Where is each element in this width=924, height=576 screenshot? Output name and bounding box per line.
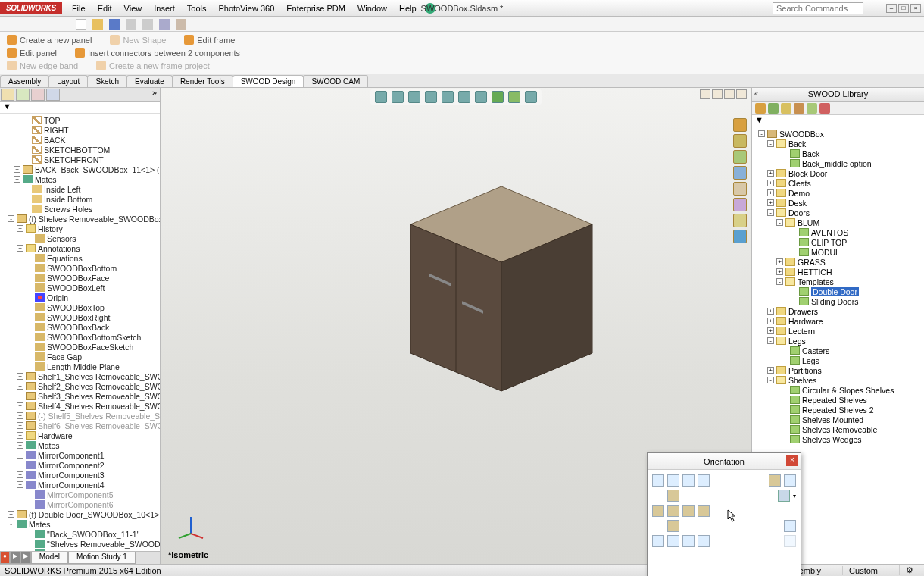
tree-node[interactable]: SKETCHFRONT xyxy=(2,155,160,164)
tree-node[interactable]: TOP xyxy=(2,115,160,125)
feature-filter[interactable]: ▼ xyxy=(0,102,160,114)
appearances-icon[interactable] xyxy=(733,198,747,211)
library-node[interactable]: +Block Door xyxy=(755,168,924,178)
expand-icon[interactable]: - xyxy=(776,219,783,226)
rebuild-icon[interactable] xyxy=(159,19,170,30)
tree-node[interactable]: BACK xyxy=(2,135,160,145)
custom-props-icon[interactable] xyxy=(733,214,747,227)
library-node[interactable]: +Lectern xyxy=(755,326,924,336)
expand-icon[interactable]: + xyxy=(8,511,14,518)
expand-icon[interactable]: + xyxy=(17,462,23,468)
undo-icon[interactable] xyxy=(142,19,153,30)
tree-node[interactable]: MirrorComponent6 xyxy=(2,499,160,509)
tree-node[interactable]: +(f) Double Door_SWOODBox_10<1> (Default xyxy=(2,509,160,519)
normal-to-icon[interactable] xyxy=(784,520,796,532)
expand-icon[interactable]: + xyxy=(14,176,20,183)
expand-icon[interactable]: - xyxy=(767,209,774,216)
expand-icon[interactable]: + xyxy=(767,189,774,196)
expand-icon[interactable]: - xyxy=(767,140,774,147)
expand-icon[interactable]: + xyxy=(17,442,23,449)
tab-config-icon[interactable]: ▶ xyxy=(10,552,20,564)
tab-assembly[interactable]: Assembly xyxy=(0,75,49,87)
forum-icon[interactable] xyxy=(733,230,747,243)
expand-icon[interactable]: + xyxy=(767,199,774,206)
new-icon[interactable] xyxy=(76,19,86,30)
hide-show-icon[interactable] xyxy=(475,91,487,103)
tab-swood-design[interactable]: SWOOD Design xyxy=(233,75,304,87)
library-node[interactable]: -Shelves xyxy=(755,375,924,385)
bottom-view-icon[interactable] xyxy=(667,520,679,532)
tree-node[interactable]: Sensors xyxy=(2,233,160,243)
two-view-v-icon[interactable] xyxy=(682,535,695,547)
library-filter[interactable]: ▼ xyxy=(752,115,924,127)
lib-globe-icon[interactable] xyxy=(819,103,830,114)
tree-node[interactable]: +Shelf2_Shelves Removeable_SWOODBox xyxy=(2,381,160,391)
lib-refresh-icon[interactable] xyxy=(807,103,817,114)
library-node[interactable]: +Drawers xyxy=(755,306,924,316)
library-node[interactable]: +Desk xyxy=(755,198,924,208)
menu-file[interactable]: File xyxy=(67,2,91,14)
tab-swood-cam[interactable]: SWOOD CAM xyxy=(303,75,368,87)
menu-enterprise-pdm[interactable]: Enterprise PDM xyxy=(281,2,351,14)
tree-node[interactable]: "Back_SWOODBox_11-1" xyxy=(2,529,160,539)
library-node[interactable]: MODUL xyxy=(755,247,924,257)
vp-min-icon[interactable] xyxy=(700,89,710,99)
library-node[interactable]: Back xyxy=(755,149,924,158)
menu-window[interactable]: Window xyxy=(352,2,392,14)
back-view-icon[interactable] xyxy=(698,505,710,517)
tree-node[interactable]: +Shelf1_Shelves Removeable_SWOODBox xyxy=(2,371,160,381)
new-view-icon[interactable] xyxy=(667,474,679,487)
fm-tab-icon[interactable] xyxy=(31,89,45,101)
appearance-icon[interactable] xyxy=(492,91,504,103)
expand-icon[interactable]: + xyxy=(767,180,774,186)
library-node[interactable]: Legs xyxy=(755,355,924,365)
cmd-create-a-new-panel[interactable]: Create a new panel xyxy=(5,34,94,45)
expand-icon[interactable]: + xyxy=(14,166,20,173)
single-view-icon[interactable] xyxy=(652,535,664,547)
view-selector-icon[interactable] xyxy=(769,474,781,487)
expand-icon[interactable]: + xyxy=(17,225,23,232)
tab-model[interactable]: Model xyxy=(31,552,68,564)
tree-node[interactable]: +MirrorComponent1 xyxy=(2,450,160,460)
feature-tree[interactable]: TOP RIGHT BACK SKETCHBOTTOM SKETCHFRONT+… xyxy=(0,114,160,551)
cmd-insert-connectors-between-2-components[interactable]: Insert connectors between 2 components xyxy=(73,47,242,58)
library-node[interactable]: -Doors xyxy=(755,208,924,218)
expand-icon[interactable]: + xyxy=(17,393,23,399)
library-node[interactable]: Repeated Shelves xyxy=(755,395,924,405)
maximize-icon[interactable]: □ xyxy=(898,4,909,13)
expand-icon[interactable]: + xyxy=(776,268,783,275)
resources-icon[interactable] xyxy=(733,134,747,148)
expand-icon[interactable]: - xyxy=(758,130,765,137)
menu-photoview-360[interactable]: PhotoView 360 xyxy=(213,2,279,14)
two-view-h-icon[interactable] xyxy=(667,535,679,547)
tree-node[interactable]: SWOODBoxFaceSketch xyxy=(2,342,160,352)
tree-node[interactable]: SWOODBoxTop xyxy=(2,302,160,312)
tree-node[interactable]: +History xyxy=(2,224,160,233)
library-node[interactable]: +HETTICH xyxy=(755,267,924,277)
tree-node[interactable]: +Mates xyxy=(2,440,160,450)
expand-icon[interactable]: + xyxy=(17,383,23,390)
left-view-icon[interactable] xyxy=(652,505,664,517)
right-view-icon[interactable] xyxy=(682,505,695,517)
fm-tab-icon[interactable] xyxy=(46,89,60,101)
update-view-icon[interactable] xyxy=(682,474,695,487)
tree-node[interactable]: Length Middle Plane xyxy=(2,362,160,371)
view-palette-icon[interactable] xyxy=(733,182,747,196)
expand-icon[interactable]: + xyxy=(17,373,23,380)
minimize-icon[interactable]: – xyxy=(886,4,897,13)
expand-icon[interactable]: + xyxy=(776,258,783,265)
tree-node[interactable]: Inside Bottom xyxy=(2,194,160,204)
four-view-icon[interactable] xyxy=(698,535,710,547)
library-node[interactable]: -BLUM xyxy=(755,218,924,227)
options-icon[interactable] xyxy=(176,19,186,30)
tree-node[interactable]: SWOODBoxBack xyxy=(2,322,160,332)
status-gear-icon[interactable]: ⚙ xyxy=(899,565,919,575)
home-icon[interactable] xyxy=(733,118,747,132)
tree-node[interactable]: SKETCHBOTTOM xyxy=(2,145,160,155)
fm-tab-icon[interactable] xyxy=(16,89,30,101)
library-node[interactable]: AVENTOS xyxy=(755,227,924,237)
expand-icon[interactable]: + xyxy=(767,308,774,315)
tree-node[interactable]: +BACK_Back_SWOODBox_11<1> (Default xyxy=(2,164,160,174)
view-cube-icon[interactable] xyxy=(778,490,790,502)
close-icon[interactable]: × xyxy=(786,455,798,466)
